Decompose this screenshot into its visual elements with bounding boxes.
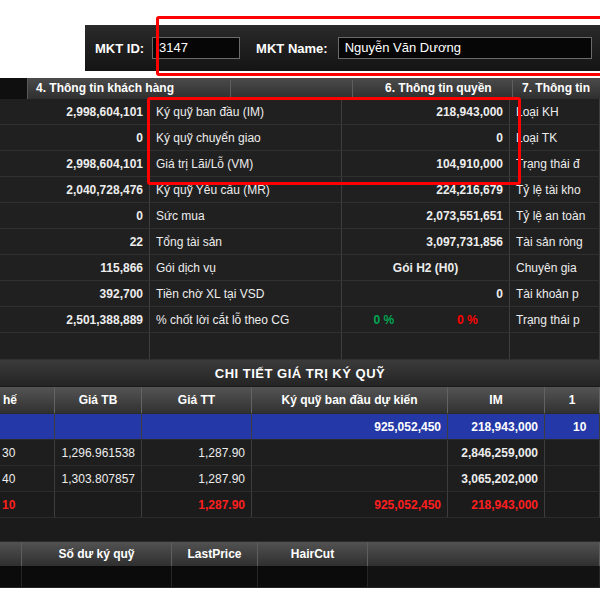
cell: 925,052,450: [252, 492, 448, 518]
account-row: 2,040,728,476 Ký quỹ Yêu cầu (MR) 224,21…: [0, 177, 600, 203]
bottom-table-header: Số dư ký quỹ LastPrice HairCut: [0, 542, 600, 566]
cell-label-mid: Ký quỹ Yêu cầu (MR): [150, 177, 342, 203]
cell: [55, 492, 142, 518]
account-row: 2,501,388,889 % chốt lời cắt lỗ theo CG …: [0, 307, 600, 333]
cell-label-right: Tỷ lệ tài kho: [510, 177, 600, 203]
cell-empty: [258, 566, 368, 588]
cell: 10: [0, 492, 55, 518]
account-row: 22 Tổng tài sản 3,097,731,856 Tài sản rò…: [0, 229, 600, 255]
account-row: 0 Sức mua 2,073,551,651 Tỷ lệ an toàn: [0, 203, 600, 229]
cell-label-mid: Tiền chờ XL tại VSD: [150, 281, 342, 307]
tab-rights-info[interactable]: 6. Thông tin quyền: [385, 78, 492, 99]
account-info-grid: 2,998,604,101 Ký quỹ ban đầu (IM) 218,94…: [0, 99, 600, 360]
cell-value-left: 22: [0, 229, 150, 255]
detail-row-total[interactable]: 10 1,287.90 925,052,450 218,943,000: [0, 492, 600, 518]
percent-negative: 0 %: [457, 313, 478, 327]
cell-label-right: Loại KH: [510, 99, 600, 125]
bottom-table-row-empty[interactable]: [0, 566, 600, 588]
cell-label-mid: Ký quỹ chuyển giao: [150, 125, 342, 151]
cell-value-mid: 224,216,679: [342, 177, 510, 203]
cell-label-right: Tỷ lệ an toàn: [510, 203, 600, 229]
mkt-id-label: MKT ID:: [95, 41, 144, 56]
header-lastprice: LastPrice: [172, 542, 258, 566]
account-row: 2,998,604,101 Ký quỹ ban đầu (IM) 218,94…: [0, 99, 600, 125]
cell: 1,296.961538: [55, 440, 142, 466]
cell-label-mid: Sức mua: [150, 203, 342, 229]
tab-customer-info[interactable]: 4. Thông tin khách hàng: [36, 78, 174, 99]
cell: 1,287.90: [142, 492, 252, 518]
header-blank: [368, 542, 600, 566]
detail-section-title: CHI TIẾT GIÁ TRỊ KÝ QUỸ: [0, 360, 600, 387]
cell: 925,052,450: [252, 414, 448, 440]
mkt-id-input[interactable]: [152, 37, 240, 59]
cell-value-left: 0: [0, 203, 150, 229]
tab-separator: [230, 80, 231, 97]
cell: [252, 466, 448, 492]
cell: [0, 414, 55, 440]
cell-value-left: 2,998,604,101: [0, 151, 150, 177]
cell: 1,303.807857: [55, 466, 142, 492]
cell-value-left: 115,866: [0, 255, 150, 281]
cell-label-mid: Gói dịch vụ: [150, 255, 342, 281]
tab-separator: [352, 80, 353, 97]
detail-table-empty-area: [0, 518, 600, 542]
header-so-du-ky-quy: Số dư ký quỹ: [22, 542, 172, 566]
account-row-empty: [0, 333, 600, 360]
header-col-cut: hế: [0, 387, 55, 414]
cell: 218,943,000: [448, 414, 545, 440]
account-row: 0 Ký quỹ chuyển giao 0 Loại TK: [0, 125, 600, 151]
header-haircut: HairCut: [258, 542, 368, 566]
mkt-name-label: MKT Name:: [256, 41, 328, 56]
cell-label-right: Loại TK: [510, 125, 600, 151]
cell: 30: [0, 440, 55, 466]
account-row: 392,700 Tiền chờ XL tại VSD 0 Tài khoản …: [0, 281, 600, 307]
detail-row-selected[interactable]: 925,052,450 218,943,000 10: [0, 414, 600, 440]
cell-empty: [172, 566, 258, 588]
cell-empty: [150, 333, 342, 360]
cell-label-mid: % chốt lời cắt lỗ theo CG: [150, 307, 342, 333]
detail-row[interactable]: 30 1,296.961538 1,287.90 2,846,259,000: [0, 440, 600, 466]
percent-positive: 0 %: [373, 313, 394, 327]
cell: [545, 440, 600, 466]
cell-value-mid: 104,910,000: [342, 151, 510, 177]
cell-label-right: Tài sản ròng: [510, 229, 600, 255]
cell: 40: [0, 466, 55, 492]
cell-value-left: 2,040,728,476: [0, 177, 150, 203]
margin-detail-table: hế Giá TB Giá TT Ký quỹ ban đầu dự kiến …: [0, 387, 600, 518]
cell-empty: [0, 566, 22, 588]
trading-terminal-screen: MKT ID: MKT Name: 4. Thông tin khách hàn…: [0, 0, 600, 600]
cell-empty: [342, 333, 510, 360]
header-gia-tt: Giá TT: [142, 387, 252, 414]
cell-empty: [510, 333, 600, 360]
cell-label-right: Trạng thái p: [510, 307, 600, 333]
cell-label-mid: Giá trị Lãi/Lỗ (VM): [150, 151, 342, 177]
cell-empty: [0, 333, 150, 360]
cell: 218,943,000: [448, 492, 545, 518]
mkt-name-input[interactable]: [338, 37, 592, 59]
cell-value-mid: 2,073,551,651: [342, 203, 510, 229]
cell-value-mid-percents: 0 % 0 %: [342, 307, 510, 333]
tab-other-info[interactable]: 7. Thông tin: [522, 78, 590, 99]
cell-value-mid: 3,097,731,856: [342, 229, 510, 255]
cell: [142, 414, 252, 440]
detail-row[interactable]: 40 1,303.807857 1,287.90 3,065,202,000: [0, 466, 600, 492]
account-row: 115,866 Gói dịch vụ Gói H2 (H0) Chuyên g…: [0, 255, 600, 281]
cell-value-left: 2,998,604,101: [0, 99, 150, 125]
cell-value-mid: 0: [342, 281, 510, 307]
cell-value-left: 392,700: [0, 281, 150, 307]
header-col-cut-right: 1: [545, 387, 600, 414]
cell: 1,287.90: [142, 466, 252, 492]
cell-label-mid: Tổng tài sản: [150, 229, 342, 255]
cell-label-right: Tài khoản p: [510, 281, 600, 307]
cell: [252, 440, 448, 466]
cell-label-mid: Ký quỹ ban đầu (IM): [150, 99, 342, 125]
cell-value-left: 0: [0, 125, 150, 151]
cell: 10: [545, 414, 600, 440]
header-gia-tb: Giá TB: [55, 387, 142, 414]
cell-value-mid: 218,943,000: [342, 99, 510, 125]
cell-label-right: Trạng thái đ: [510, 151, 600, 177]
cell-value-left: 2,501,388,889: [0, 307, 150, 333]
cell: [55, 414, 142, 440]
cell: 1,287.90: [142, 440, 252, 466]
tab-bar: 4. Thông tin khách hàng 6. Thông tin quy…: [0, 78, 600, 99]
